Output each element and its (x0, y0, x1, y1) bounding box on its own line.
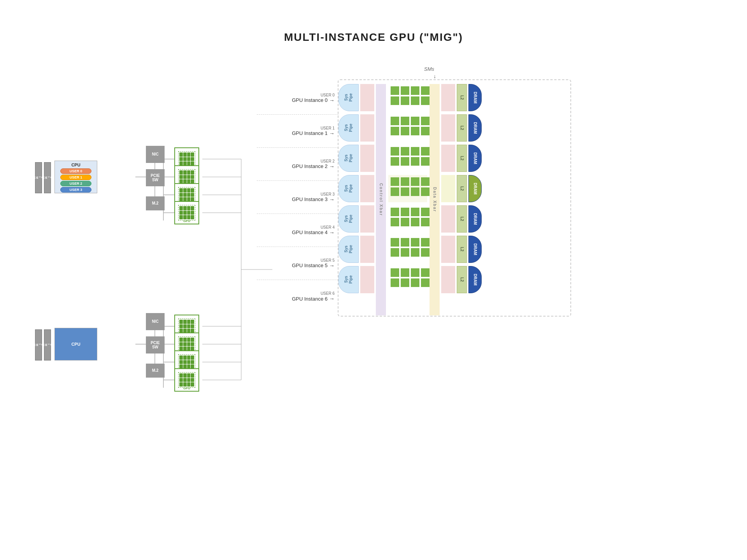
l2-col: L2 L2 L2 L2 L2 L2 L2 (457, 82, 467, 315)
user-label-0: USER 0 (321, 93, 335, 97)
system1-dimm-group: DIMM DIMM (35, 162, 51, 193)
user-badge-1: USER 1 (60, 175, 91, 180)
pink-l-1 (360, 114, 374, 142)
cpu1-label: CPU (71, 163, 80, 167)
right-diagram-area: SMs ↓ USER 0 GPU Instance 0 → USER 1 GPU… (257, 62, 716, 529)
instance-label-0: GPU Instance 0 (292, 97, 328, 103)
pink-r-1 (441, 114, 455, 142)
l2-1: L2 (457, 114, 467, 142)
gpu2-3: GPU (174, 368, 199, 392)
sys-pipe-6: SysPipe (338, 266, 359, 293)
pink-l-3 (360, 175, 374, 202)
gpu1-3: GPU (174, 201, 199, 224)
dram-0: DRAM (468, 84, 482, 111)
l2-0: L2 (457, 84, 467, 111)
pink-l-6 (360, 266, 374, 293)
pink-r-5 (441, 236, 455, 263)
instance-label-1: GPU Instance 1 (292, 130, 328, 136)
user-badge-0: USER 0 (60, 168, 91, 174)
user-label-6: USER 6 (321, 291, 335, 296)
dimm-3: DIMM (35, 329, 42, 360)
dram-1: DRAM (468, 114, 482, 142)
dimm-4: DIMM (44, 329, 51, 360)
dram-3: DRAM (468, 175, 482, 202)
sys-pipe-col: SysPipe SysPipe SysPipe SysPipe SysPipe … (338, 82, 359, 315)
cpu2-label: CPU (71, 342, 80, 346)
pink-right-col (440, 82, 457, 315)
cpu1-box: CPU USER 0 USER 1 USER 2 USER 3 (54, 161, 97, 193)
user-badge-3: USER 3 (60, 187, 91, 192)
dram-4: DRAM (468, 205, 482, 233)
l2-2: L2 (457, 145, 467, 172)
nic1-box: NIC (146, 146, 165, 163)
pink-left-col (359, 82, 376, 315)
pink-r-4 (441, 205, 455, 233)
pink-r-0 (441, 84, 455, 111)
instance-label-2: GPU Instance 2 (292, 163, 328, 169)
m2-1-box: M.2 (146, 196, 165, 210)
instance-labels-col: USER 0 GPU Instance 0 → USER 1 GPU Insta… (257, 82, 338, 315)
pink-r-3 (441, 175, 455, 202)
user-label-1: USER 1 (321, 126, 335, 130)
dram-5: DRAM (468, 236, 482, 263)
instance-label-6: GPU Instance 6 (292, 296, 328, 302)
sys-pipe-0: SysPipe (338, 84, 359, 111)
sm-grid-2 (388, 145, 427, 172)
pink-r-6 (441, 266, 455, 293)
user-label-5: USER 5 (321, 258, 335, 262)
left-diagram-area: DIMM DIMM CPU USER 0 USER 1 USER 2 USER … (31, 62, 249, 529)
gpu-instances-block: USER 0 GPU Instance 0 → USER 1 GPU Insta… (257, 82, 482, 315)
arrow-1: → (329, 130, 335, 136)
sys-pipe-5: SysPipe (338, 236, 359, 263)
instance-row-4: USER 4 GPU Instance 4 → (257, 214, 338, 247)
sys-pipe-2: SysPipe (338, 145, 359, 172)
sm-grid-0 (388, 84, 427, 111)
sm-grid-5 (388, 236, 427, 263)
arrow-3: → (329, 196, 335, 203)
user-label-3: USER 3 (321, 192, 335, 196)
instance-row-2: USER 2 GPU Instance 2 → (257, 148, 338, 181)
sm-col (386, 82, 430, 315)
instance-row-3: USER 3 GPU Instance 3 → (257, 181, 338, 214)
sm-grid-4 (388, 205, 427, 233)
l2-4: L2 (457, 205, 467, 233)
dimm-1: DIMM (35, 162, 42, 193)
dram-col: DRAM DRAM DRAM DRAM DRAM DRAM DRAM (468, 82, 482, 315)
pink-l-5 (360, 236, 374, 263)
sys-pipe-3: SysPipe (338, 175, 359, 202)
instance-row-1: USER 1 GPU Instance 1 → (257, 115, 338, 148)
instance-label-3: GPU Instance 3 (292, 196, 328, 202)
instance-row-0: USER 0 GPU Instance 0 → (257, 82, 338, 115)
pink-l-0 (360, 84, 374, 111)
instance-row-5: USER 5 GPU Instance 5 → (257, 247, 338, 280)
arrow-2: → (329, 163, 335, 170)
pink-r-2 (441, 145, 455, 172)
arrow-0: → (329, 97, 335, 103)
pcie2-box: PCIESW (146, 336, 165, 354)
dram-2: DRAM (468, 145, 482, 172)
pink-l-2 (360, 145, 374, 172)
control-xbar-col: Control Xbar (376, 84, 386, 315)
arrow-4: → (329, 229, 335, 236)
data-xbar-col: Data Xbar (430, 84, 440, 315)
pcie1-box: PCIESW (146, 169, 165, 186)
instance-row-6: USER 6 GPU Instance 6 → (257, 280, 338, 313)
l2-6: L2 (457, 266, 467, 293)
user-badge-2: USER 2 (60, 181, 91, 186)
pink-l-4 (360, 205, 374, 233)
page-title: MULTI-INSTANCE GPU ("MIG") (0, 0, 747, 44)
l2-3: L2 (457, 175, 467, 202)
user-label-4: USER 4 (321, 225, 335, 229)
m2-2-box: M.2 (146, 364, 165, 378)
nic2-box: NIC (146, 313, 165, 330)
instance-label-4: GPU Instance 4 (292, 229, 328, 235)
system2-dimm-group: DIMM DIMM (35, 329, 51, 360)
dram-6: DRAM (468, 266, 482, 293)
arrow-6: → (329, 296, 335, 302)
sms-arrow-down: ↓ (433, 73, 436, 79)
arrow-5: → (329, 262, 335, 269)
sys-pipe-4: SysPipe (338, 205, 359, 233)
cpu2-box: CPU (54, 328, 97, 360)
dimm-2: DIMM (44, 162, 51, 193)
l2-5: L2 (457, 236, 467, 263)
